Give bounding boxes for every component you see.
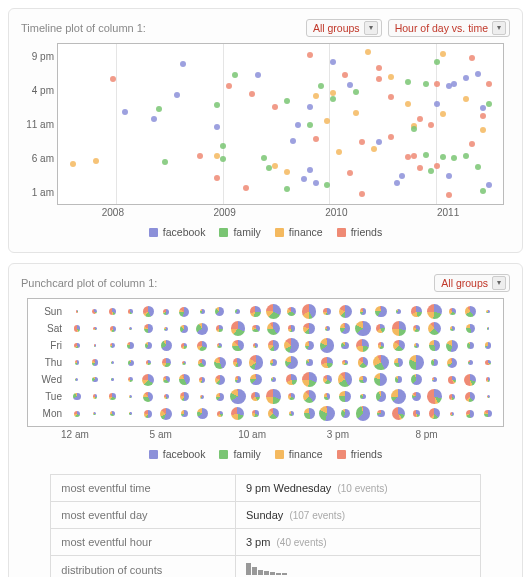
punch-pie [484,410,491,417]
scatter-point [359,139,365,145]
scatter-point [423,152,429,158]
stats-label: most eventful day [51,502,236,529]
punchcard-chart: SunSatFriThuWedTueMon [27,298,504,427]
punch-pie [197,341,207,351]
scatter-point [399,173,405,179]
scatter-point [313,180,319,186]
punch-pie [271,377,276,382]
legend-facebook: facebook [149,226,206,238]
punch-pie [376,324,385,333]
punchcard-groups-dropdown[interactable]: All groups ▾ [434,274,510,292]
punch-row-label: Sun [34,306,68,317]
punch-pie [129,327,132,330]
punch-pie [110,326,116,332]
punch-pie [465,306,476,317]
scatter-point [388,94,394,100]
punch-pie [411,374,423,386]
x-tick-label: 8 pm [415,429,504,440]
punch-pie [217,411,223,417]
punch-row: Fri [34,337,497,354]
punch-pie [93,412,96,415]
punchcard-groups-label: All groups [441,277,488,289]
timeline-x-axis: 2008200920102011 [57,205,504,218]
punch-pie [288,393,296,401]
punch-row: Thu [34,354,497,371]
punch-pie [144,410,152,418]
scatter-point [469,55,475,61]
punch-pie [266,304,282,320]
scatter-point [313,136,319,142]
scatter-point [284,169,290,175]
scatter-point [440,111,446,117]
scatter-point [486,81,492,87]
stats-sparkline [235,556,480,578]
punch-pie [286,374,296,384]
timeline-view-dropdown[interactable]: Hour of day vs. time ▾ [388,19,510,37]
timeline-groups-dropdown[interactable]: All groups ▾ [306,19,382,37]
timeline-chart: 9 pm4 pm11 am6 am1 am [57,43,504,205]
punch-pie [128,377,133,382]
punch-pie [198,359,206,367]
punch-pie [200,309,205,314]
scatter-point [428,122,434,128]
swatch-icon [219,450,228,459]
punch-pie [92,309,97,314]
punch-pie [109,393,116,400]
scatter-point [411,126,417,132]
y-tick-label: 4 pm [32,85,54,96]
scatter-point [220,143,226,149]
punch-pie [217,343,222,348]
legend-family: family [219,226,260,238]
punch-pie [392,407,405,420]
scatter-point [151,116,157,122]
punch-pie [321,357,333,369]
punch-pie [287,307,296,316]
punch-pie [214,357,226,369]
punch-pie [341,342,349,350]
punch-pie [144,324,153,333]
punch-pie [111,378,113,380]
scatter-point [347,170,353,176]
punch-pie [267,322,280,335]
punch-pie [163,376,170,383]
punch-pie [355,321,371,337]
legend-finance: finance [275,448,323,460]
punch-pie [268,408,280,420]
punch-pie [487,395,490,398]
punch-pie [413,325,421,333]
punch-pie [252,325,260,333]
punch-pie [409,355,423,369]
punch-pie [74,343,79,348]
punch-pie [373,355,389,371]
swatch-icon [337,228,346,237]
punch-pie [377,410,385,418]
scatter-point [313,93,319,99]
scatter-point [162,159,168,165]
stats-label: most eventful time [51,475,236,502]
x-tick-label: 5 am [150,429,239,440]
timeline-panel: Timeline plot of column 1: All groups ▾ … [8,8,523,253]
scatter-point [434,101,440,107]
punch-pie [163,309,169,315]
punch-pie [325,326,330,331]
scatter-point [486,182,492,188]
punch-pie [74,325,81,332]
scatter-point [347,82,353,88]
punch-pie [374,373,387,386]
punch-pie [414,343,419,348]
punch-row-label: Wed [34,374,68,385]
scatter-point [255,72,261,78]
legend-friends: friends [337,448,383,460]
scatter-point [463,153,469,159]
scatter-point [405,79,411,85]
scatter-point [434,163,440,169]
punch-pie [249,355,263,369]
punch-pie [319,406,335,422]
scatter-point [226,83,232,89]
punchcard-title: Punchcard plot of column 1: [21,277,428,289]
chevron-down-icon: ▾ [492,21,506,35]
punchcard-panel: Punchcard plot of column 1: All groups ▾… [8,263,523,577]
punch-pie [360,308,367,315]
scatter-point [324,182,330,188]
timeline-y-axis: 9 pm4 pm11 am6 am1 am [22,44,56,204]
